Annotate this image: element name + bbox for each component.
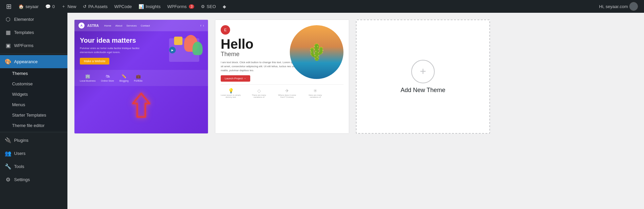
astra-cta-button[interactable]: Make a Website xyxy=(80,58,109,65)
pa-assets-link[interactable]: ↺ PA Assets xyxy=(79,0,111,13)
sidebar-divider-1 xyxy=(0,53,67,54)
sidebar-appearance-submenu: Themes Customise Widgets Menus Starter T… xyxy=(0,68,67,131)
sidebar-item-wpforms[interactable]: ▣ WPForms xyxy=(0,39,67,52)
sidebar-item-plugins[interactable]: 🔌 Plugins xyxy=(0,134,67,147)
hello-elementor-theme-card[interactable]: E 🌵 Hello Theme I am text block. Click e… xyxy=(215,19,349,134)
sidebar-item-elementor[interactable]: ⬡ Elementor xyxy=(0,13,67,26)
elementor-badge: E xyxy=(221,25,230,35)
sidebar-themes-label: Themes xyxy=(12,71,28,76)
insights-icon: 📊 xyxy=(139,4,144,9)
seo-icon: ⚙ xyxy=(201,4,205,9)
hello-icon-light: 💡 Lorem ipsum is simply dummy test xyxy=(221,88,241,98)
wpforms-label: WPForms xyxy=(167,4,187,9)
astra-cat-blog: ✏️ Blogging xyxy=(119,74,128,82)
arrow-indicator xyxy=(131,92,151,120)
plugins-icon: 🔌 xyxy=(5,137,11,143)
site-name-link[interactable]: 🏠 seyaar xyxy=(15,0,42,13)
astra-cat-local: 🏢 Local Business xyxy=(80,74,96,82)
sidebar-item-customise[interactable]: Customise xyxy=(0,79,67,89)
themes-grid: A ASTRA Home About Services Contact f t xyxy=(74,19,637,134)
sidebar-item-appearance-label: Appearance xyxy=(14,59,38,64)
insights-link[interactable]: 📊 Insights xyxy=(135,0,164,13)
wp-logo-icon: ⊞ xyxy=(6,2,12,10)
appearance-icon: 🎨 xyxy=(5,58,11,65)
hello-screenshot: E 🌵 Hello Theme I am text block. Click e… xyxy=(215,20,349,133)
sidebar-theme-file-editor-label: Theme file editor xyxy=(12,123,45,128)
illustration-box2 xyxy=(174,37,182,45)
pa-assets-icon: ↺ xyxy=(83,4,87,9)
diamond-icon: ◆ xyxy=(223,4,226,9)
hello-feature-icons: 💡 Lorem ipsum is simply dummy test ◇ The… xyxy=(221,84,343,101)
astra-cat-store: 🛍 Online Store xyxy=(101,74,114,82)
arrow-svg xyxy=(131,92,151,119)
new-link[interactable]: ＋ New xyxy=(58,0,79,13)
sidebar-item-theme-file-editor[interactable]: Theme file editor xyxy=(0,120,67,131)
astra-brand: ASTRA xyxy=(87,24,99,28)
astra-hero-sub: Pulvinar enim ac tortor nulla facilisi t… xyxy=(80,46,140,54)
hello-cactus-image: 🌵 xyxy=(290,25,343,79)
add-new-theme-card[interactable]: + Add New Theme xyxy=(356,19,490,134)
hello-icon-plane: ✈ Where does it come from? Contrary xyxy=(277,88,297,98)
sidebar-item-themes[interactable]: Themes xyxy=(0,68,67,79)
diamond-link[interactable]: ◆ xyxy=(219,0,229,13)
comments-link[interactable]: 💬 0 xyxy=(42,0,58,13)
pa-assets-label: PA Assets xyxy=(88,4,108,9)
astra-hero-title: Your idea matters xyxy=(80,37,159,44)
wpcode-label: WPCode xyxy=(114,4,132,9)
templates-icon: ▦ xyxy=(5,29,11,36)
sidebar-item-menus[interactable]: Menus xyxy=(0,99,67,110)
sidebar-plugins-label: Plugins xyxy=(14,138,29,143)
sidebar-item-templates[interactable]: ▦ Templates xyxy=(0,26,67,39)
astra-logo: A xyxy=(78,23,85,29)
wpcode-link[interactable]: WPCode xyxy=(111,0,135,13)
main-layout: ⬡ Elementor ▦ Templates ▣ WPForms 🎨 Appe… xyxy=(0,13,644,209)
sidebar-item-settings[interactable]: ⚙ Settings xyxy=(0,173,67,186)
sidebar-starter-templates-label: Starter Templates xyxy=(12,113,46,118)
insights-label: Insights xyxy=(146,4,161,9)
sidebar-settings-label: Settings xyxy=(14,177,30,182)
sidebar-item-wpforms-label: WPForms xyxy=(14,43,34,48)
astra-active-bar: Active: Astra Customise xyxy=(74,133,208,134)
sidebar-item-users[interactable]: 👥 Users xyxy=(0,147,67,160)
site-name: seyaar xyxy=(25,4,39,9)
cactus-illustration: 🌵 xyxy=(290,25,343,79)
avatar[interactable] xyxy=(629,2,638,11)
sidebar-customise-label: Customise xyxy=(12,81,33,86)
main-content: A ASTRA Home About Services Contact f t xyxy=(67,13,644,209)
adminbar-right: Hi, seyaar.com xyxy=(596,2,641,11)
sidebar-widgets-label: Widgets xyxy=(12,92,28,97)
illustration-figure2 xyxy=(193,42,203,55)
wp-logo-link[interactable]: ⊞ xyxy=(3,0,15,13)
sidebar-item-appearance[interactable]: 🎨 Appearance xyxy=(0,55,67,68)
facebook-icon: f xyxy=(201,24,201,27)
seo-label: SEO xyxy=(207,4,216,9)
hello-launch-button[interactable]: Launch Project → xyxy=(221,75,250,82)
sidebar-item-elementor-label: Elementor xyxy=(14,17,34,22)
seo-link[interactable]: ⚙ SEO xyxy=(198,0,219,13)
sidebar-users-label: Users xyxy=(14,151,25,156)
wpforms-badge: 3 xyxy=(189,4,194,9)
users-icon: 👥 xyxy=(5,150,11,157)
add-theme-label: Add New Theme xyxy=(400,87,445,94)
astra-illustration: ▶ xyxy=(159,37,203,65)
comments-count: 0 xyxy=(52,4,55,9)
sidebar-item-widgets[interactable]: Widgets xyxy=(0,89,67,99)
sidebar-item-tools[interactable]: 🔧 Tools xyxy=(0,160,67,173)
sidebar-item-starter-templates[interactable]: Starter Templates xyxy=(0,110,67,120)
settings-icon: ⚙ xyxy=(5,176,11,183)
sidebar: ⬡ Elementor ▦ Templates ▣ WPForms 🎨 Appe… xyxy=(0,13,67,209)
new-label: New xyxy=(67,4,76,9)
astra-cat-portfolio: 💼 Portfolio xyxy=(134,74,143,82)
astra-theme-card[interactable]: A ASTRA Home About Services Contact f t xyxy=(74,19,208,134)
astra-social-icons: f t xyxy=(201,24,204,27)
hello-icon-snowflake: ✳ Here are many variations of xyxy=(305,88,325,98)
elementor-icon: ⬡ xyxy=(5,16,11,23)
home-icon: 🏠 xyxy=(18,4,24,9)
hello-theme-name-bar: Hello Elementor xyxy=(215,133,349,134)
sidebar-item-templates-label: Templates xyxy=(14,30,34,35)
astra-nav-links: Home About Services Contact xyxy=(104,24,150,27)
wpforms-link[interactable]: WPForms 3 xyxy=(164,0,198,13)
comments-icon: 💬 xyxy=(45,4,51,9)
plus-icon: ＋ xyxy=(61,3,66,9)
hello-icon-diamond: ◇ There are many variations of xyxy=(249,88,269,98)
